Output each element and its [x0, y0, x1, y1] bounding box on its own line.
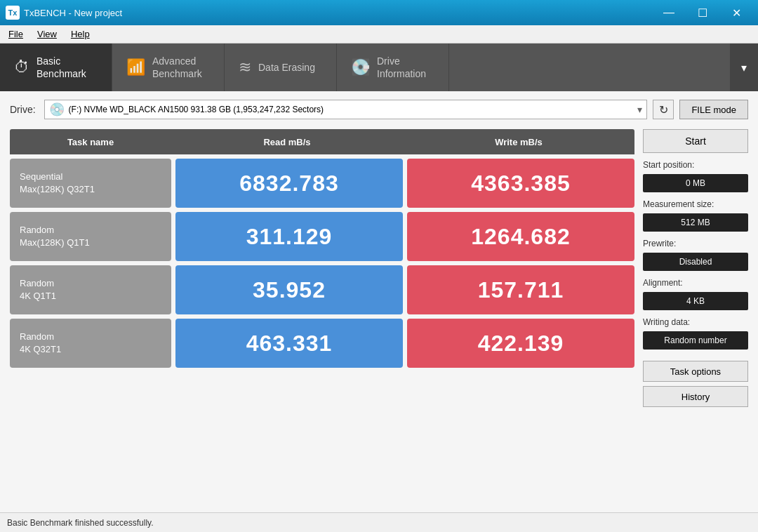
tab-data-erasing[interactable]: ≋ Data Erasing	[225, 44, 337, 91]
tab-advanced-label: AdvancedBenchmark	[152, 55, 202, 80]
task-label-rand4kq32: Random 4K Q32T1	[10, 319, 171, 368]
task-options-button[interactable]: Task options	[643, 361, 748, 382]
data-erasing-icon: ≋	[239, 58, 251, 77]
read-value-rand128: 311.129	[175, 212, 403, 261]
maximize-button[interactable]: ☐	[686, 1, 719, 24]
tab-data-erasing-label: Data Erasing	[258, 61, 315, 74]
write-value-rand4kq32: 422.139	[407, 319, 634, 368]
drive-row: Drive: 💿 (F:) NVMe WD_BLACK AN1500 931.3…	[10, 100, 748, 119]
drive-select-value: (F:) NVMe WD_BLACK AN1500 931.38 GB (1,9…	[65, 105, 638, 114]
table-row: Random 4K Q32T1 463.331 422.139	[10, 319, 634, 368]
read-value-seq: 6832.783	[175, 159, 403, 208]
right-panel: Start Start position: 0 MB Measurement s…	[643, 129, 748, 407]
header-read: Read mB/s	[171, 137, 403, 147]
window-controls: — ☐ ✕	[653, 1, 752, 24]
history-button[interactable]: History	[643, 386, 748, 407]
table-row: Sequential Max(128K) Q32T1 6832.783 4363…	[10, 159, 634, 208]
measurement-size-value: 512 MB	[643, 213, 748, 232]
menu-view[interactable]: View	[32, 27, 62, 41]
status-bar: Basic Benchmark finished successfully.	[0, 512, 758, 532]
drive-label: Drive:	[10, 104, 36, 115]
task-label-rand128: Random Max(128K) Q1T1	[10, 212, 171, 261]
menu-bar: File View Help	[0, 25, 758, 44]
drive-info-icon: 💽	[351, 58, 370, 77]
writing-data-label: Writing data:	[643, 317, 748, 327]
title-bar: Tx TxBENCH - New project — ☐ ✕	[0, 0, 758, 25]
advanced-benchmark-icon: 📶	[126, 58, 145, 77]
results-section: Task name Read mB/s Write mB/s Sequentia…	[10, 129, 748, 407]
header-write: Write mB/s	[403, 137, 634, 147]
measurement-size-label: Measurement size:	[643, 199, 748, 209]
app-icon: Tx	[6, 6, 20, 20]
tab-advanced-benchmark[interactable]: 📶 AdvancedBenchmark	[112, 44, 225, 91]
minimize-button[interactable]: —	[653, 1, 685, 24]
prewrite-value: Disabled	[643, 253, 748, 271]
tab-bar: ⏱ BasicBenchmark 📶 AdvancedBenchmark ≋ D…	[0, 44, 758, 91]
start-position-label: Start position:	[643, 160, 748, 170]
menu-file[interactable]: File	[3, 27, 29, 41]
task-label-seq: Sequential Max(128K) Q32T1	[10, 159, 171, 208]
table-row: Random 4K Q1T1 35.952 157.711	[10, 265, 634, 314]
write-value-rand4k: 157.711	[407, 265, 634, 314]
prewrite-label: Prewrite:	[643, 239, 748, 248]
status-message: Basic Benchmark finished successfully.	[7, 518, 154, 528]
basic-benchmark-icon: ⏱	[14, 58, 29, 77]
tab-drive-info-label: DriveInformation	[377, 55, 426, 80]
start-position-value: 0 MB	[643, 174, 748, 192]
drive-select-arrow-icon: ▾	[637, 104, 642, 115]
write-value-rand128: 1264.682	[407, 212, 634, 261]
menu-help[interactable]: Help	[65, 27, 95, 41]
tab-drive-information[interactable]: 💽 DriveInformation	[337, 44, 449, 91]
table-row: Random Max(128K) Q1T1 311.129 1264.682	[10, 212, 634, 261]
task-label-rand4k: Random 4K Q1T1	[10, 265, 171, 314]
tab-dropdown-btn[interactable]: ▾	[730, 44, 758, 91]
alignment-label: Alignment:	[643, 278, 748, 288]
drive-select[interactable]: 💿 (F:) NVMe WD_BLACK AN1500 931.38 GB (1…	[44, 100, 648, 119]
file-mode-button[interactable]: FILE mode	[679, 100, 748, 119]
main-content: Drive: 💿 (F:) NVMe WD_BLACK AN1500 931.3…	[0, 91, 758, 512]
tab-basic-benchmark[interactable]: ⏱ BasicBenchmark	[0, 44, 112, 91]
write-value-seq: 4363.385	[407, 159, 634, 208]
alignment-value: 4 KB	[643, 292, 748, 310]
read-value-rand4k: 35.952	[175, 265, 403, 314]
read-value-rand4kq32: 463.331	[175, 319, 403, 368]
drive-refresh-button[interactable]: ↻	[653, 100, 674, 119]
header-task-name: Task name	[10, 137, 171, 147]
start-button[interactable]: Start	[643, 129, 748, 153]
window-title: TxBENCH - New project	[24, 8, 653, 18]
close-button[interactable]: ✕	[720, 1, 752, 24]
table-header: Task name Read mB/s Write mB/s	[10, 129, 634, 154]
tab-basic-label: BasicBenchmark	[36, 55, 86, 80]
writing-data-value: Random number	[643, 331, 748, 350]
results-table: Task name Read mB/s Write mB/s Sequentia…	[10, 129, 634, 407]
